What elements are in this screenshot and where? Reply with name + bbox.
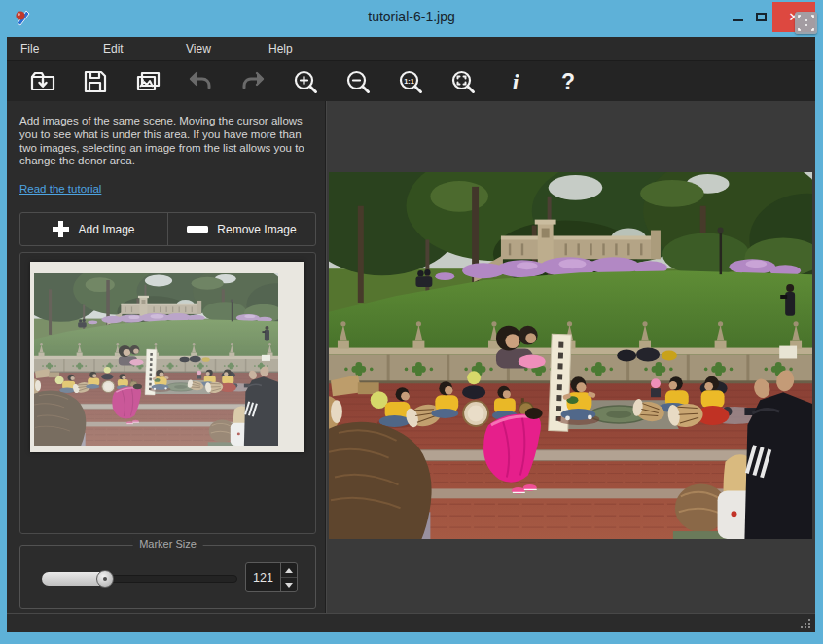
maximize-icon <box>756 13 767 21</box>
zoom-1-1-icon: 1:1 <box>397 68 424 95</box>
zoom-out-button[interactable] <box>343 67 372 95</box>
statusbar <box>7 613 815 632</box>
redo-button[interactable] <box>238 67 267 95</box>
zoom-in-icon <box>292 68 319 95</box>
maximize-button[interactable] <box>749 2 772 31</box>
resize-grip[interactable] <box>800 618 811 629</box>
spin-up-button[interactable] <box>281 563 297 578</box>
plus-icon <box>53 221 69 237</box>
remove-image-button[interactable]: Remove Image <box>167 213 315 245</box>
main-photo[interactable] <box>329 172 812 539</box>
add-image-button[interactable]: Add Image <box>20 213 167 245</box>
svg-text:?: ? <box>560 69 574 94</box>
open-button[interactable] <box>28 67 56 95</box>
instructions-text: Add images of the same scene. Moving the… <box>19 115 317 168</box>
info-icon: i <box>502 68 529 95</box>
spin-down-button[interactable] <box>281 578 297 591</box>
menu-help[interactable]: Help <box>255 42 338 55</box>
image-icon <box>134 68 161 95</box>
app-frame: File Edit View Help <box>7 37 815 632</box>
tutorial-link[interactable]: Read the tutorial <box>19 183 101 195</box>
marker-size-label: Marker Size <box>132 538 203 550</box>
zoom-fit-button[interactable] <box>448 67 477 95</box>
undo-button[interactable] <box>186 67 214 95</box>
screen-capture-cursor-icon <box>795 12 817 34</box>
zoom-fit-icon <box>449 68 477 95</box>
sidebar: Add images of the same scene. Moving the… <box>7 101 326 613</box>
main-content: Add images of the same scene. Moving the… <box>7 101 815 613</box>
down-arrow-icon <box>285 583 293 588</box>
zoom-out-icon <box>344 68 372 95</box>
minus-icon <box>187 226 208 233</box>
minimize-button[interactable] <box>726 2 749 31</box>
open-folder-icon <box>29 68 56 95</box>
image-canvas[interactable] <box>326 101 815 613</box>
titlebar: tutorial-6-1.jpg ✕ <box>0 0 823 37</box>
save-icon <box>82 68 109 95</box>
thumbnail-photo <box>34 273 278 446</box>
marker-size-slider[interactable] <box>42 571 237 587</box>
toolbar: 1:1 i ? <box>7 60 815 101</box>
info-button[interactable]: i <box>501 67 529 95</box>
menu-file[interactable]: File <box>7 42 89 55</box>
undo-icon <box>187 68 214 95</box>
thumbnail-selected[interactable] <box>30 262 304 452</box>
marker-size-input[interactable] <box>246 563 280 591</box>
slider-handle[interactable] <box>96 570 114 588</box>
window-title: tutorial-6-1.jpg <box>0 9 823 24</box>
menu-edit[interactable]: Edit <box>89 42 172 55</box>
svg-text:1:1: 1:1 <box>404 76 414 85</box>
up-arrow-icon <box>285 568 293 573</box>
marker-size-group: Marker Size <box>19 545 316 609</box>
zoom-in-button[interactable] <box>291 67 319 95</box>
marker-size-spinbox <box>245 562 298 592</box>
export-image-button[interactable] <box>133 67 161 95</box>
image-buttons: Add Image Remove Image <box>19 212 316 246</box>
zoom-actual-button[interactable]: 1:1 <box>396 67 424 95</box>
svg-text:i: i <box>512 69 519 94</box>
help-icon: ? <box>555 68 582 95</box>
minimize-icon <box>733 19 743 21</box>
menu-view[interactable]: View <box>172 42 255 55</box>
image-list[interactable] <box>19 252 316 534</box>
app-window: tutorial-6-1.jpg ✕ File Edit View Help <box>0 0 823 644</box>
redo-icon <box>239 68 267 95</box>
help-button[interactable]: ? <box>554 67 582 95</box>
save-button[interactable] <box>81 67 109 95</box>
menubar: File Edit View Help <box>7 37 815 60</box>
